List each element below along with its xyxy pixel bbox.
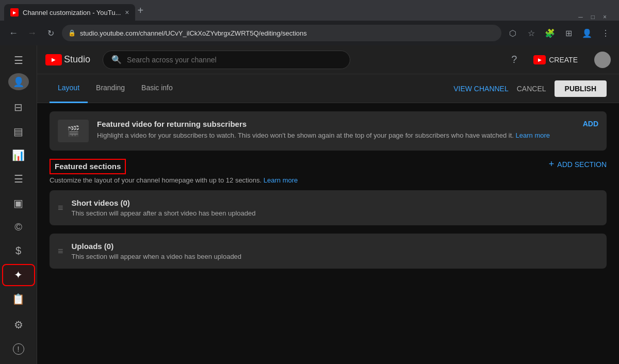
search-bar[interactable]: 🔍	[103, 51, 350, 69]
featured-video-title: Featured video for returning subscribers	[97, 120, 575, 128]
dashboard-icon: ⊟	[14, 101, 23, 113]
sidebar-item-analytics[interactable]: 📊	[2, 144, 35, 166]
minimize-button[interactable]: ─	[578, 13, 583, 21]
tab-actions: VIEW CHANNEL CANCEL PUBLISH	[453, 80, 607, 97]
tab-basic-info-label: Basic info	[141, 84, 173, 92]
new-tab-button[interactable]: +	[137, 5, 143, 16]
address-text: studio.youtube.com/channel/UCvY_ilCkXoZY…	[80, 29, 307, 37]
youtube-logo: Studio	[45, 54, 90, 65]
create-button[interactable]: ▶ CREATE	[525, 52, 586, 68]
back-button[interactable]: ←	[6, 28, 21, 39]
monetization-icon: $	[15, 245, 21, 257]
featured-sections-subtitle: Customize the layout of your channel hom…	[50, 176, 549, 184]
yt-icon	[45, 54, 62, 65]
drag-handle-uploads[interactable]: ≡	[58, 246, 63, 257]
tab-branding-label: Branding	[96, 84, 125, 92]
sidebar-item-monetization[interactable]: $	[2, 240, 35, 261]
studio-label: Studio	[64, 54, 90, 65]
tab-close-button[interactable]: ×	[125, 8, 129, 16]
featured-sections-title-row: Featured sections	[50, 159, 549, 174]
user-avatar[interactable]	[594, 52, 611, 68]
tab-bar: Channel customization - YouTu... × + ─ □…	[0, 0, 619, 21]
video-thumb-icon: 🎬	[67, 125, 80, 137]
more-icon[interactable]: ⋮	[598, 28, 613, 38]
sidebar-avatar[interactable]: 👤	[8, 73, 29, 90]
reload-button[interactable]: ↻	[43, 28, 58, 38]
nav-icons: ⬡ ☆ 🧩 ⊞ 👤 ⋮	[506, 28, 613, 38]
comments-icon: ☰	[14, 173, 23, 185]
tab-layout[interactable]: Layout	[50, 74, 88, 103]
menu-icon: ☰	[14, 54, 23, 67]
lock-icon: 🔒	[68, 29, 76, 37]
drag-handle-short-videos[interactable]: ≡	[58, 203, 63, 213]
page-body: 🎬 Featured video for returning subscribe…	[37, 103, 619, 364]
featured-video-description: Highlight a video for your subscribers t…	[97, 130, 575, 141]
tab-branding[interactable]: Branding	[88, 74, 133, 103]
featured-video-section: 🎬 Featured video for returning subscribe…	[50, 111, 607, 151]
customization-icon: ✦	[14, 269, 23, 281]
sidebar-item-feedback[interactable]: !	[2, 338, 35, 360]
publish-button[interactable]: PUBLISH	[555, 80, 607, 97]
share-icon[interactable]: ⬡	[506, 28, 520, 38]
section-item-uploads: ≡ Uploads (0) This section will appear w…	[50, 234, 607, 269]
section-desc-uploads: This section will appear when a video ha…	[72, 253, 598, 260]
sidebar-item-content[interactable]: ▤	[2, 120, 35, 142]
search-icon: 🔍	[111, 55, 122, 64]
section-info-short-videos: Short videos (0) This section will appea…	[72, 198, 598, 217]
profile-icon[interactable]: 👤	[580, 28, 594, 38]
library-icon: 📋	[12, 293, 25, 305]
sidebar-item-comments[interactable]: ☰	[2, 168, 35, 190]
forward-button[interactable]: →	[25, 28, 39, 39]
sidebar-item-customization[interactable]: ✦	[2, 264, 35, 286]
sidebar-item-library[interactable]: 📋	[2, 288, 35, 310]
featured-video-learn-more[interactable]: Learn more	[516, 131, 550, 139]
bookmark-icon[interactable]: ☆	[524, 28, 539, 38]
section-title-short-videos: Short videos (0)	[72, 198, 598, 207]
featured-sections-title: Featured sections	[55, 162, 121, 171]
browser-chrome: Channel customization - YouTu... × + ─ □…	[0, 0, 619, 45]
subtitles-icon: ▣	[13, 197, 23, 209]
tab-basic-info[interactable]: Basic info	[133, 74, 181, 103]
studio-header: Studio 🔍 ? ▶ CREATE	[37, 45, 619, 74]
copyright-icon: ©	[14, 221, 22, 233]
section-info-uploads: Uploads (0) This section will appear whe…	[72, 242, 598, 260]
sidebar: ☰ 👤 ⊟ ▤ 📊 ☰ ▣ © $ ✦ 📋	[0, 45, 37, 364]
add-section-plus-icon: +	[549, 159, 555, 170]
featured-sections-learn-more[interactable]: Learn more	[264, 176, 298, 184]
add-section-button[interactable]: + ADD SECTION	[549, 159, 607, 170]
maximize-button[interactable]: □	[591, 13, 595, 21]
content-icon: ▤	[13, 125, 23, 138]
create-label: CREATE	[549, 56, 578, 64]
video-info: Featured video for returning subscribers…	[97, 120, 575, 141]
sidebar-item-dashboard[interactable]: ⊟	[2, 96, 35, 118]
active-tab[interactable]: Channel customization - YouTu... ×	[4, 4, 135, 21]
header-actions: ? ▶ CREATE	[511, 52, 611, 68]
avatar-icon: 👤	[13, 76, 24, 88]
sidebar-item-menu[interactable]: ☰	[2, 49, 35, 71]
main-area: Studio 🔍 ? ▶ CREATE Layout Branding	[37, 45, 619, 364]
close-window-button[interactable]: ×	[603, 13, 607, 21]
featured-sections-title-area: Featured sections Customize the layout o…	[50, 159, 549, 184]
sidebar-item-settings[interactable]: ⚙	[2, 314, 35, 336]
studio-layout: ☰ 👤 ⊟ ▤ 📊 ☰ ▣ © $ ✦ 📋	[0, 45, 619, 364]
video-thumbnail: 🎬	[58, 120, 89, 142]
cancel-button[interactable]: CANCEL	[517, 85, 546, 93]
tab-layout-label: Layout	[58, 84, 79, 92]
create-icon: ▶	[533, 55, 546, 64]
settings-icon: ⚙	[14, 319, 23, 331]
featured-sections-title-box: Featured sections	[50, 159, 126, 174]
address-bar[interactable]: 🔒 studio.youtube.com/channel/UCvY_ilCkXo…	[62, 25, 501, 41]
window-controls: ─ □ ×	[578, 13, 615, 21]
search-input[interactable]	[127, 56, 341, 64]
featured-sections-list: ≡ Short videos (0) This section will app…	[37, 186, 619, 273]
featured-sections-subtitle-text: Customize the layout of your channel hom…	[50, 176, 262, 184]
sidebar-toggle-icon[interactable]: ⊞	[561, 28, 576, 38]
featured-sections-header: Featured sections Customize the layout o…	[50, 159, 607, 184]
help-icon[interactable]: ?	[511, 54, 517, 65]
extensions-icon[interactable]: 🧩	[543, 28, 557, 38]
view-channel-button[interactable]: VIEW CHANNEL	[453, 85, 509, 93]
featured-video-add-button[interactable]: ADD	[583, 120, 598, 128]
section-item-short-videos: ≡ Short videos (0) This section will app…	[50, 190, 607, 225]
sidebar-item-subtitles[interactable]: ▣	[2, 192, 35, 214]
sidebar-item-copyright[interactable]: ©	[2, 216, 35, 238]
